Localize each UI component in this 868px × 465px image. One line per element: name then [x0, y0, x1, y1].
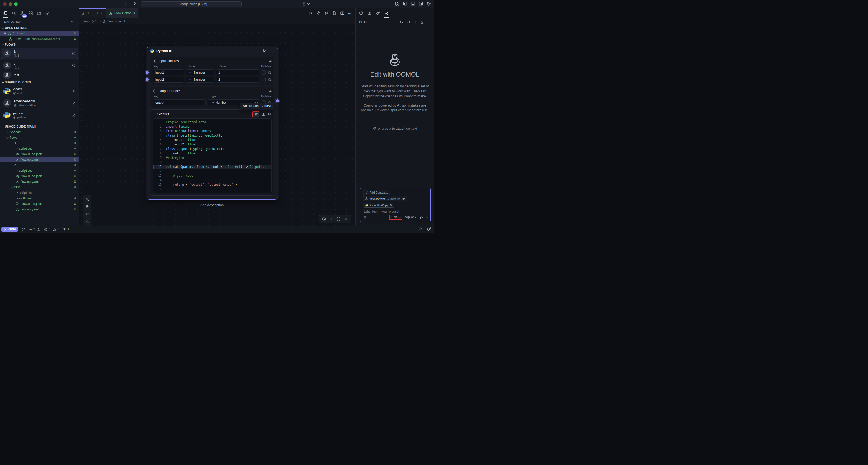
shared-block-adder[interactable]: Adder adder — [1, 85, 78, 97]
fit-width-icon[interactable] — [86, 212, 89, 216]
split-editor-icon[interactable] — [340, 11, 344, 15]
undo-icon[interactable] — [399, 20, 403, 24]
navigate-forward-icon[interactable] — [133, 2, 137, 5]
open-editors-header[interactable]: OPEN EDITORS — [0, 25, 79, 30]
packages-panel-button[interactable] — [359, 11, 363, 15]
mode-select[interactable]: Edit — [392, 215, 400, 219]
add-output-icon[interactable]: + — [269, 89, 272, 93]
node-more-icon[interactable]: ··· — [271, 49, 274, 53]
canvas-settings-icon[interactable] — [344, 217, 348, 221]
key-input[interactable]: input2 — [153, 77, 184, 83]
tree-item[interactable]: slotflows — [0, 196, 79, 201]
explorer-activity-button[interactable] — [1, 9, 9, 17]
close-icon[interactable]: ✕ — [4, 31, 6, 35]
flow-card-s[interactable]: s a — [1, 60, 78, 71]
tree-item[interactable]: test — [0, 184, 79, 190]
flow-card-test[interactable]: test — [1, 72, 78, 79]
row-gear-icon[interactable] — [268, 71, 272, 75]
restart-icon[interactable] — [316, 11, 321, 15]
publish-icon[interactable] — [37, 228, 40, 231]
tree-item[interactable]: .flow.ui.oo.jsonU — [0, 201, 79, 206]
zoom-out-icon[interactable] — [86, 205, 89, 209]
chevron-down-icon[interactable] — [426, 215, 429, 218]
context-pill-current-file[interactable]: flow.oo.yaml Current file — [363, 196, 407, 201]
nullable-checkbox[interactable] — [261, 70, 266, 75]
deploy-panel-button[interactable] — [376, 11, 380, 15]
run-flow-icon[interactable] — [309, 11, 313, 15]
tree-item[interactable]: a — [0, 162, 79, 168]
tree-item[interactable]: .flow.ui.oo.jsonU — [0, 173, 79, 179]
oomol-menu-button[interactable] — [302, 1, 309, 6]
gear-icon[interactable] — [72, 64, 76, 67]
tree-item-selected[interactable]: flow.oo.yamlU — [0, 157, 79, 162]
explorer-more-actions[interactable]: ··· — [71, 20, 75, 23]
blocks-activity-button[interactable] — [27, 9, 34, 17]
export-file-icon[interactable] — [332, 11, 337, 15]
close-tab-icon[interactable]: ✕ — [100, 11, 102, 16]
tree-item[interactable]: .vscode — [0, 129, 79, 135]
tab-flow-editor[interactable]: Flow Editor U — [106, 8, 138, 18]
secrets-activity-button[interactable] — [43, 9, 51, 17]
output-port[interactable] — [276, 99, 279, 103]
minimap-icon[interactable] — [330, 217, 333, 221]
customize-layout-icon[interactable] — [395, 2, 399, 6]
add-input-icon[interactable]: + — [269, 59, 272, 63]
search-activity-button[interactable] — [10, 9, 18, 17]
redo-icon[interactable] — [407, 20, 411, 24]
key-input[interactable]: output — [153, 99, 206, 106]
remove-context-icon[interactable]: ✕ — [390, 203, 392, 207]
auto-layout-icon[interactable] — [86, 220, 89, 224]
type-select[interactable]: 123 Number — [186, 69, 214, 76]
nullable-checkbox[interactable] — [261, 78, 266, 82]
shared-blocks-header[interactable]: SHARED BLOCKS — [0, 79, 79, 85]
minimize-window-button[interactable] — [9, 2, 12, 6]
folder-activity-button[interactable] — [35, 9, 43, 17]
eye-icon[interactable] — [402, 197, 405, 200]
toggle-sidebar-icon[interactable] — [403, 2, 407, 6]
code-editor[interactable]: 1#region generated meta 2import typing 3… — [153, 118, 272, 193]
rewards-panel-button[interactable] — [368, 11, 372, 15]
tree-item[interactable]: 1 — [0, 140, 79, 146]
notifications-button[interactable] — [427, 228, 430, 231]
shared-block-advanced-flow[interactable]: advanced-flow advanced-flow — [1, 97, 78, 109]
flow-canvas[interactable]: Python #1 ··· Input Handles + Key Type — [79, 24, 356, 226]
breadcrumb-item[interactable]: 1 — [95, 20, 97, 23]
gear-icon[interactable] — [72, 113, 76, 117]
new-chat-icon[interactable]: + — [414, 20, 417, 24]
breadcrumb-item[interactable]: flows — [83, 20, 90, 23]
breadcrumb-item[interactable]: flow.oo.yaml — [107, 20, 125, 23]
chat-text-input[interactable]: Edit files in your project — [363, 209, 428, 213]
input-port-2[interactable] — [145, 78, 149, 82]
chat-more-icon[interactable]: ··· — [427, 20, 431, 24]
open-external-icon[interactable] — [268, 112, 272, 116]
flows-section-header[interactable]: FLOWS — [0, 41, 79, 47]
flow-card-1[interactable]: 1 1 — [1, 48, 78, 59]
command-center-search[interactable]: usage-guide [OVM] — [141, 1, 242, 7]
run-node-icon[interactable] — [262, 49, 266, 53]
more-actions-icon[interactable]: ··· — [348, 11, 351, 15]
problems-status[interactable]: 0 0 — [44, 228, 59, 231]
add-description-button[interactable]: Add description — [147, 203, 277, 207]
tree-item[interactable]: scriptlets — [0, 146, 79, 151]
history-icon[interactable] — [420, 20, 424, 24]
type-select[interactable]: 123 Number — [186, 77, 214, 83]
tree-item[interactable]: scriptlets — [0, 168, 79, 173]
open-editor-item[interactable]: Flow Editor subflows/advanced-fl... U — [0, 36, 79, 41]
toggle-secondary-sidebar-icon[interactable] — [419, 2, 423, 6]
fit-view-icon[interactable] — [337, 217, 341, 221]
row-gear-icon[interactable] — [268, 78, 272, 82]
gear-icon[interactable] — [72, 89, 76, 93]
value-input[interactable]: 1 — [216, 69, 259, 76]
oomol-rabbit-icon[interactable] — [419, 227, 423, 231]
docs-icon[interactable] — [261, 112, 266, 116]
gear-icon[interactable] — [72, 52, 76, 56]
send-icon[interactable] — [419, 215, 423, 220]
node-header[interactable]: Python #1 ··· — [147, 47, 278, 55]
attach-to-chat-icon[interactable] — [254, 112, 258, 116]
shared-block-python[interactable]: python python — [1, 109, 78, 121]
git-branch-status[interactable]: main* — [22, 228, 40, 231]
context-pill-scriptlet[interactable]: +scriptlet#1.py ✕ — [363, 203, 394, 207]
ports-status[interactable]: 1 — [63, 228, 69, 231]
remote-indicator[interactable]: OVM — [1, 227, 18, 232]
tree-item[interactable]: flow.oo.yamlU — [0, 179, 79, 184]
